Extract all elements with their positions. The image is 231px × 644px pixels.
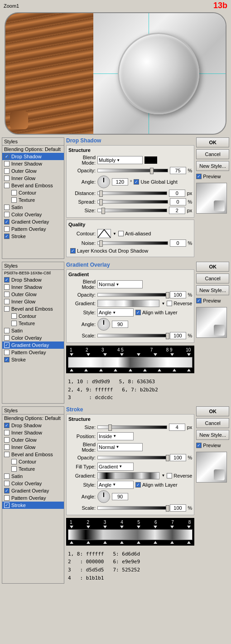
p3-position-select[interactable]: Inside ▼ xyxy=(97,432,134,440)
p2-inner-shadow-checkbox[interactable] xyxy=(4,284,10,290)
s-arrow-8-bot[interactable] xyxy=(187,541,191,544)
contour-select-arrow[interactable]: ▼ xyxy=(113,232,116,236)
s-arrow-5-bot[interactable] xyxy=(137,541,140,544)
p3-texture-item[interactable]: Texture xyxy=(2,465,64,473)
p3-texture-checkbox[interactable] xyxy=(11,466,17,472)
p2-pattern-checkbox[interactable] xyxy=(4,350,10,355)
stop-arrow-9-bot[interactable] xyxy=(173,369,176,371)
stop-arrow-7-top[interactable] xyxy=(154,353,157,356)
angle-input[interactable] xyxy=(112,178,128,185)
opacity-input[interactable] xyxy=(170,167,186,174)
p2-inner-shadow-item[interactable]: Inner Shadow xyxy=(2,283,64,291)
p3-inner-shadow-item[interactable]: Inner Shadow xyxy=(2,429,64,436)
satin-checkbox[interactable] xyxy=(4,205,10,210)
cancel-button-1[interactable]: Cancel xyxy=(196,149,229,159)
p2-id-item[interactable]: P5i0l7e-BE59-16X8e-C8Il xyxy=(2,270,64,276)
p3-pattern-item[interactable]: Pattern Overlay xyxy=(2,494,64,502)
satin-item[interactable]: Satin xyxy=(2,204,64,211)
bevel-emboss-checkbox[interactable] xyxy=(4,183,10,188)
p3-align-check[interactable]: Align with Layer xyxy=(135,482,178,488)
use-global-light-check[interactable]: Use Global Light xyxy=(134,179,177,185)
p3-angle-dial[interactable] xyxy=(97,490,110,503)
p3-gradient-preview[interactable] xyxy=(97,472,159,479)
p3-scale-input[interactable] xyxy=(170,504,186,512)
s-arrow-4-bot[interactable] xyxy=(120,541,124,544)
p2-style-select[interactable]: Angle ▼ xyxy=(97,308,134,317)
p3-inner-glow-item[interactable]: Inner Glow xyxy=(2,444,64,451)
angle-dial[interactable] xyxy=(97,176,110,188)
p2-opacity-input[interactable] xyxy=(170,291,186,298)
p3-size-slider[interactable] xyxy=(97,425,167,429)
p3-size-thumb[interactable] xyxy=(108,424,112,431)
p3-scale-thumb[interactable] xyxy=(166,505,169,512)
p2-outer-glow-checkbox[interactable] xyxy=(4,292,10,297)
preview-check-2[interactable]: Preview xyxy=(196,298,229,303)
p2-gradient-overlay-active[interactable]: Gradient Overlay xyxy=(2,342,64,349)
p3-stroke-checkbox[interactable] xyxy=(4,503,10,508)
p3-pattern-checkbox[interactable] xyxy=(4,495,10,501)
stop-arrow-4-bot[interactable] xyxy=(114,369,117,371)
bevel-emboss-item[interactable]: Bevel and Emboss xyxy=(2,182,64,189)
spread-slider[interactable] xyxy=(97,200,168,204)
stop-arrow-4-top[interactable] xyxy=(120,353,124,356)
stop-arrow-3-bot[interactable] xyxy=(99,369,103,371)
s-arrow-2-bot[interactable] xyxy=(87,541,90,544)
outer-glow-checkbox[interactable] xyxy=(4,168,10,174)
p3-bevel-checkbox[interactable] xyxy=(4,452,10,457)
p2-pattern-item[interactable]: Pattern Overlay xyxy=(2,349,64,356)
size-thumb[interactable] xyxy=(101,208,105,214)
color-overlay-item[interactable]: Color Overlay xyxy=(2,211,64,218)
p3-blend-select[interactable]: Normal ▼ xyxy=(97,443,143,451)
s-arrow-3-bot[interactable] xyxy=(103,541,107,544)
ok-button-3[interactable]: OK xyxy=(196,406,229,416)
p2-scale-input[interactable] xyxy=(170,332,186,339)
p2-color-overlay-checkbox[interactable] xyxy=(4,335,10,341)
p2-stroke-checkbox[interactable] xyxy=(4,357,10,362)
p2-outer-glow-item[interactable]: Outer Glow xyxy=(2,291,64,298)
s-arrow-1-top[interactable] xyxy=(70,526,73,528)
p3-inner-glow-checkbox[interactable] xyxy=(4,444,10,450)
p2-angle-dial[interactable] xyxy=(97,318,110,331)
p3-outer-glow-item[interactable]: Outer Glow xyxy=(2,436,64,444)
p3-angle-input[interactable] xyxy=(112,493,128,500)
p3-stroke-active[interactable]: Stroke xyxy=(2,502,64,509)
p2-align-checkbox[interactable] xyxy=(135,310,141,315)
p3-opacity-slider[interactable] xyxy=(97,456,168,459)
stop-arrow-5-bot[interactable] xyxy=(129,369,132,371)
texture-checkbox[interactable] xyxy=(11,197,17,203)
contour-preview[interactable] xyxy=(97,229,111,238)
p2-stroke-item[interactable]: Stroke xyxy=(2,356,64,363)
p3-opacity-input[interactable] xyxy=(170,454,186,461)
p3-blending-item[interactable]: Blending Options: Default xyxy=(2,415,64,422)
preview-check-1[interactable]: Preview xyxy=(196,174,229,179)
blend-mode-select[interactable]: Multiply ▼ xyxy=(97,156,143,164)
p2-gradient-overlay-checkbox[interactable] xyxy=(4,342,10,348)
pattern-overlay-checkbox[interactable] xyxy=(4,226,10,232)
opacity-thumb[interactable] xyxy=(150,168,154,174)
new-style-button-1[interactable]: New Style... xyxy=(196,161,229,171)
p3-gradient-overlay-item[interactable]: Gradient Overlay xyxy=(2,487,64,494)
p3-opacity-thumb[interactable] xyxy=(166,455,169,461)
anti-aliased-checkbox[interactable] xyxy=(118,231,124,236)
stop-arrow-1-bot[interactable] xyxy=(70,369,73,371)
noise-input[interactable] xyxy=(170,239,186,247)
outer-glow-item[interactable]: Outer Glow xyxy=(2,167,64,175)
distance-thumb[interactable] xyxy=(99,190,103,197)
p3-gradient-arrow[interactable]: ▼ xyxy=(161,473,165,478)
size-input[interactable] xyxy=(169,207,185,214)
p3-inner-shadow-checkbox[interactable] xyxy=(4,430,10,435)
stop-arrow-8-bot[interactable] xyxy=(158,369,161,371)
anti-aliased-check[interactable]: Anti-aliased xyxy=(118,231,151,236)
color-overlay-checkbox[interactable] xyxy=(4,212,10,217)
preview-checkbox-1[interactable] xyxy=(196,174,202,179)
p2-gradient-preview[interactable] xyxy=(97,300,159,307)
s-arrow-2-top[interactable] xyxy=(87,526,90,528)
p2-inner-glow-checkbox[interactable] xyxy=(4,299,10,304)
stop-arrow-10-bot[interactable] xyxy=(187,369,191,371)
stop-arrow-5-top[interactable] xyxy=(137,353,140,356)
p2-drop-shadow-checkbox[interactable] xyxy=(4,277,10,283)
s-arrow-6-bot[interactable] xyxy=(154,541,157,544)
p3-size-input[interactable] xyxy=(169,424,185,431)
stop-arrow-8-top[interactable] xyxy=(170,353,174,356)
gradient-overlay-checkbox[interactable] xyxy=(4,219,10,224)
